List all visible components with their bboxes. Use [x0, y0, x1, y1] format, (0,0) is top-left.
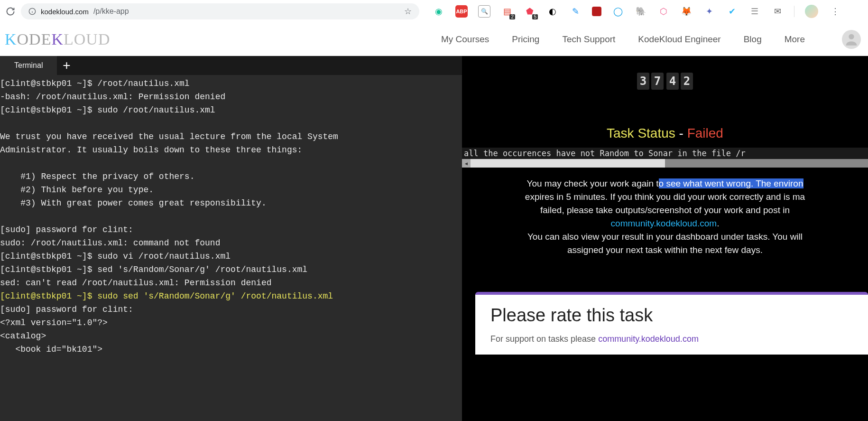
terminal-line — [0, 117, 462, 130]
browser-toolbar: kodekloud.com/p/kke-app ☆ ◉ ABP 🔍 ▤2 ⬟5 … — [0, 0, 868, 23]
adblock-icon[interactable]: ABP — [455, 5, 468, 18]
rate-community-link[interactable]: community.kodekloud.com — [598, 334, 699, 344]
terminal-body[interactable]: [clint@stbkp01 ~]$ /root/nautilus.xml-ba… — [0, 75, 462, 356]
error-output: all the occurences have not Random to So… — [462, 148, 868, 168]
logo[interactable]: KODEKLOUD — [5, 30, 110, 48]
pocket-icon[interactable]: ⬟5 — [524, 5, 536, 18]
terminal-line: [sudo] password for clint: — [0, 303, 462, 316]
rate-card: Please rate this task For support on tas… — [475, 292, 868, 355]
terminal-line: sudo: /root/nautilus.xml: command not fo… — [0, 236, 462, 250]
shield-icon[interactable]: ⬡ — [657, 5, 670, 18]
terminal-line: <book id="bk101"> — [0, 343, 462, 356]
terminal-line: #3) With great power comes great respons… — [0, 196, 462, 210]
terminal-line: #2) Think before you type. — [0, 183, 462, 196]
terminal-line: sed: can't read /root/nautilus.xml: Perm… — [0, 276, 462, 290]
horizontal-scrollbar[interactable]: ◄ — [462, 159, 868, 168]
community-link[interactable]: community.kodekloud.com — [611, 218, 717, 228]
marker-icon[interactable]: ✎ — [569, 5, 582, 18]
status-label: Task Status — [607, 126, 675, 140]
terminal-line — [0, 210, 462, 223]
url-path: /p/kke-app — [93, 7, 129, 16]
todoist-icon[interactable]: ▤2 — [501, 5, 513, 18]
nav-my-courses[interactable]: My Courses — [441, 34, 489, 45]
divider — [794, 6, 794, 17]
terminal-line — [0, 157, 462, 170]
grammarly-icon[interactable]: ◉ — [433, 5, 445, 18]
task-panel: 3 7 4 2 Task Status - Failed all the occ… — [462, 56, 868, 421]
timer-digit: 2 — [681, 73, 693, 90]
terminal-line: We trust you have received the usual lec… — [0, 130, 462, 143]
user-avatar[interactable] — [842, 30, 861, 49]
site-info-icon[interactable] — [28, 8, 36, 15]
search-ext-icon[interactable]: 🔍 — [478, 5, 490, 18]
v-ext-icon[interactable]: ✔ — [726, 5, 738, 18]
rate-subtitle: For support on tasks please community.ko… — [490, 334, 853, 344]
task-info: You may check your work again to see wha… — [462, 168, 868, 266]
countdown-timer: 3 7 4 2 — [462, 73, 868, 90]
star-ext-icon[interactable]: ✦ — [703, 5, 715, 18]
nav-tech-support[interactable]: Tech Support — [562, 34, 615, 45]
compose-ext-icon[interactable]: ✉ — [771, 5, 784, 18]
terminal-line: [clint@stbkp01 ~]$ sudo vi /root/nautilu… — [0, 250, 462, 263]
timer-digit: 7 — [651, 73, 664, 90]
circle-ext-icon[interactable]: ◯ — [612, 5, 624, 18]
nav-blog[interactable]: Blog — [744, 34, 762, 45]
terminal-tab[interactable]: Terminal — [0, 56, 57, 75]
terminal-tabs: Terminal + — [0, 56, 462, 75]
terminal-line: <catalog> — [0, 329, 462, 343]
address-bar[interactable]: kodekloud.com/p/kke-app ☆ — [21, 3, 419, 19]
nav-pricing[interactable]: Pricing — [512, 34, 539, 45]
darkmode-icon[interactable]: ◐ — [546, 5, 559, 18]
add-tab-button[interactable]: + — [57, 56, 76, 75]
terminal-line: [clint@stbkp01 ~]$ sed 's/Random/Sonar/g… — [0, 263, 462, 276]
selected-text: o see what went wrong. The environ — [659, 178, 803, 188]
rate-title: Please rate this task — [490, 305, 853, 326]
list-ext-icon[interactable]: ☰ — [748, 5, 761, 18]
bookmark-star-icon[interactable]: ☆ — [404, 6, 412, 17]
terminal-line: [clint@stbkp01 ~]$ sudo sed 's/Random/So… — [0, 290, 462, 303]
error-text: all the occurences have not Random to So… — [462, 148, 868, 159]
profile-avatar[interactable] — [805, 5, 818, 18]
terminal-line: -bash: /root/nautilus.xml: Permission de… — [0, 90, 462, 103]
scroll-left-icon[interactable]: ◄ — [462, 159, 471, 168]
svg-point-3 — [849, 34, 854, 39]
terminal-line: [clint@stbkp01 ~]$ /root/nautilus.xml — [0, 77, 462, 90]
fox-icon[interactable]: 🦊 — [680, 5, 693, 18]
evernote-icon[interactable]: 🐘 — [635, 5, 647, 18]
extension-icons: ◉ ABP 🔍 ▤2 ⬟5 ◐ ✎ ◯ 🐘 ⬡ 🦊 ✦ ✔ ☰ ✉ ⋮ — [433, 5, 842, 18]
timer-digit: 3 — [637, 73, 649, 90]
nav-kke[interactable]: KodeKloud Engineer — [638, 34, 720, 45]
terminal-line: [clint@stbkp01 ~]$ sudo /root/nautilus.x… — [0, 103, 462, 117]
status-value: Failed — [687, 126, 723, 140]
nav-more[interactable]: More — [785, 34, 805, 45]
terminal-line: <?xml version="1.0"?> — [0, 316, 462, 329]
terminal-line: Administrator. It usually boils down to … — [0, 143, 462, 157]
reload-button[interactable] — [4, 5, 17, 18]
terminal-panel: Terminal + [clint@stbkp01 ~]$ /root/naut… — [0, 56, 462, 421]
site-header: KODEKLOUD My Courses Pricing Tech Suppor… — [0, 23, 868, 56]
terminal-line: [sudo] password for clint: — [0, 223, 462, 236]
timer-digit: 4 — [666, 73, 679, 90]
url-host: kodekloud.com — [41, 8, 89, 16]
pdf-icon[interactable] — [592, 7, 601, 16]
terminal-line: #1) Respect the privacy of others. — [0, 170, 462, 183]
browser-menu-icon[interactable]: ⋮ — [829, 5, 842, 18]
task-status: Task Status - Failed — [462, 126, 868, 141]
main-nav: My Courses Pricing Tech Support KodeKlou… — [441, 30, 861, 49]
workspace: Terminal + [clint@stbkp01 ~]$ /root/naut… — [0, 56, 868, 421]
